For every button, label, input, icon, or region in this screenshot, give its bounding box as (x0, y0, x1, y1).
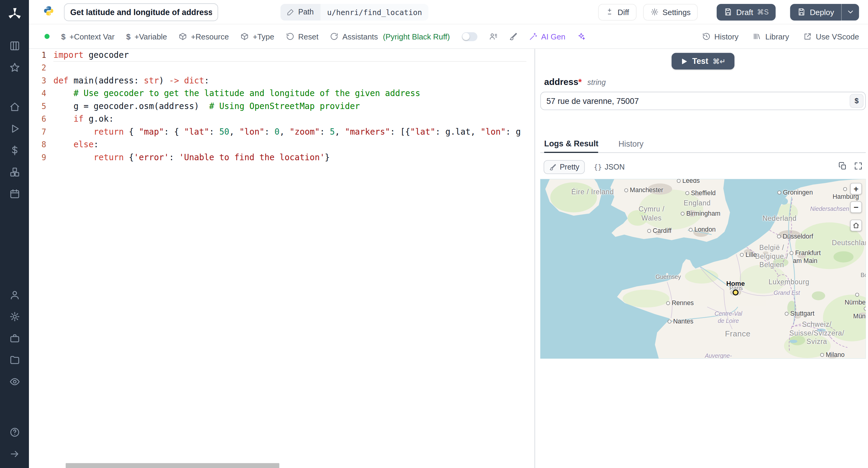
result-map[interactable]: LeedsManchesterSheffieldEnglandÉire / Ir… (540, 179, 866, 358)
sidebar-folders-button[interactable] (0, 349, 29, 371)
code-line[interactable]: return { "map": { "lat": 50, "lon": 0, "… (53, 126, 527, 138)
sidebar-favorites-button[interactable] (0, 57, 29, 78)
recenter-icon (852, 222, 860, 229)
play-icon (9, 124, 20, 134)
multiplayer-button[interactable] (489, 32, 497, 41)
code-line[interactable]: # Use geocoder to get the latitude and l… (53, 87, 527, 100)
sidebar-apps-button[interactable] (0, 35, 29, 57)
sidebar-collapse-button[interactable] (0, 443, 29, 465)
user-icon (9, 290, 20, 300)
calendar-icon (9, 189, 20, 199)
braces-icon: {} (594, 163, 602, 171)
library-icon (753, 32, 762, 41)
deploy-button[interactable]: Deploy (790, 4, 841, 20)
add-resource-button[interactable]: +Resource (179, 32, 229, 41)
zoom-in-button[interactable]: + (850, 183, 862, 195)
draft-button[interactable]: Draft ⌘S (717, 4, 776, 20)
ai-sparkle-button[interactable] (577, 32, 586, 41)
pretty-mode-button[interactable]: Pretty (544, 160, 585, 174)
tab-history[interactable]: History (618, 136, 644, 152)
tab-logs-result[interactable]: Logs & Result (544, 136, 598, 153)
code-line[interactable] (53, 62, 527, 74)
address-input[interactable] (540, 92, 866, 110)
line-number: 3 (29, 74, 53, 87)
insert-variable-button[interactable]: $ (849, 94, 864, 108)
ai-gen-label: AI Gen (541, 32, 565, 41)
add-variable-button[interactable]: $ +Variable (126, 32, 167, 41)
python-icon (43, 5, 54, 18)
help-circle-icon (9, 427, 20, 438)
zoom-out-button[interactable]: − (850, 201, 862, 213)
home-marker-label: Home (726, 280, 745, 288)
windmill-logo-icon[interactable] (5, 5, 23, 23)
save-icon (724, 8, 733, 16)
dollar-icon: $ (126, 32, 130, 41)
maximize-icon (854, 162, 863, 170)
history-button[interactable]: History (702, 32, 738, 41)
script-title-input[interactable] (64, 3, 218, 21)
sidebar-runs-button[interactable] (0, 118, 29, 139)
path-group[interactable]: Path u/henri/find_location (280, 4, 429, 20)
expand-result-button[interactable] (854, 162, 863, 172)
library-button[interactable]: Library (753, 32, 789, 41)
code-editor[interactable]: 123456789 import geocoderdef main(addres… (29, 49, 534, 468)
chevron-down-icon (846, 8, 855, 16)
sidebar-help-button[interactable] (0, 421, 29, 443)
arg-type: string (587, 78, 606, 87)
add-type-button[interactable]: +Type (241, 32, 274, 41)
map-basemap (540, 179, 866, 358)
ai-gen-button[interactable]: AI Gen (529, 32, 565, 41)
package-icon (241, 32, 249, 41)
map-home-button[interactable] (850, 220, 862, 231)
pretty-label: Pretty (560, 163, 579, 171)
line-number: 7 (29, 126, 53, 138)
deploy-icon (798, 8, 806, 16)
home-marker[interactable] (733, 290, 738, 295)
assistants-button[interactable]: Assistants (330, 32, 378, 41)
editor-toolbar: $ +Context Var $ +Variable +Resource +Ty… (29, 24, 868, 49)
gear-icon (650, 8, 658, 16)
code-line[interactable]: import geocoder (53, 49, 527, 61)
use-vscode-button[interactable]: Use VScode (804, 32, 859, 41)
format-code-button[interactable] (509, 32, 517, 41)
horizontal-scrollbar[interactable] (66, 463, 279, 468)
sidebar-settings-button[interactable] (0, 306, 29, 327)
external-link-icon (804, 32, 812, 41)
code-lines[interactable]: import geocoderdef main(address: str) ->… (53, 49, 527, 164)
sidebar-resources-button[interactable] (0, 161, 29, 183)
deploy-dropdown-button[interactable] (841, 4, 859, 20)
assistants-label: Assistants (342, 32, 378, 41)
add-context-var-button[interactable]: $ +Context Var (61, 32, 115, 41)
test-button[interactable]: Test ⌘↵ (672, 53, 735, 69)
add-type-label: +Type (253, 32, 274, 41)
sidebar-audit-button[interactable] (0, 371, 29, 392)
sidebar-schedules-button[interactable] (0, 183, 29, 204)
map-controls: + − (850, 183, 862, 231)
code-line[interactable]: g = geocoder.osm(address) # Using OpenSt… (53, 100, 527, 113)
sidebar (0, 0, 29, 468)
assistants-status: (Pyright Black Ruff) (383, 32, 450, 41)
rotate-ccw-icon (286, 32, 294, 41)
code-line[interactable]: return {'error': 'Unable to find the loc… (53, 151, 527, 164)
sidebar-variables-button[interactable] (0, 139, 29, 161)
sidebar-home-button[interactable] (0, 96, 29, 118)
arrow-right-icon (9, 449, 20, 459)
sidebar-users-button[interactable] (0, 284, 29, 306)
code-line[interactable]: else: (53, 138, 527, 151)
code-line[interactable]: if g.ok: (53, 113, 527, 126)
line-number: 4 (29, 87, 53, 100)
play-icon (681, 58, 688, 65)
code-line[interactable]: def main(address: str) -> dict: (53, 74, 527, 87)
boxes-icon (9, 167, 20, 177)
json-mode-button[interactable]: {} JSON (594, 163, 624, 171)
reset-button[interactable]: Reset (286, 32, 318, 41)
folder-icon (9, 355, 20, 365)
sidebar-workers-button[interactable] (0, 327, 29, 349)
copy-result-button[interactable] (838, 162, 847, 172)
runner-panel: Test ⌘↵ address* string $ Logs & Result … (535, 49, 868, 468)
refresh-icon (330, 32, 338, 41)
multiplayer-toggle[interactable] (461, 32, 477, 41)
diff-button[interactable]: Diff (598, 4, 636, 20)
settings-button[interactable]: Settings (643, 4, 698, 20)
add-resource-label: +Resource (191, 32, 229, 41)
